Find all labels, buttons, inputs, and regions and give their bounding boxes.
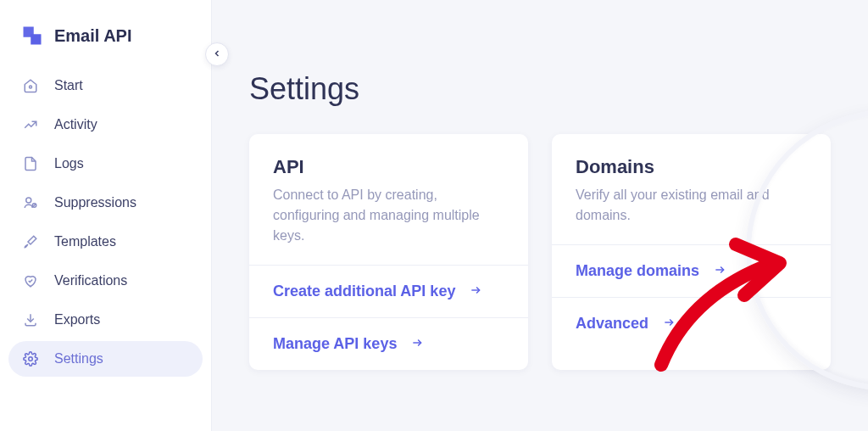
link-label: Advanced	[576, 315, 648, 333]
gear-icon	[22, 350, 39, 367]
page-title: Settings	[249, 71, 831, 107]
card-description: Connect to API by creating, configuring …	[273, 185, 504, 246]
home-icon	[22, 77, 39, 94]
file-icon	[22, 155, 39, 172]
brand-logo-icon	[20, 24, 44, 48]
brand-title: Email API	[54, 26, 132, 46]
brush-icon	[22, 233, 39, 250]
card-title: Domains	[576, 156, 807, 178]
download-icon	[22, 311, 39, 328]
card-title: API	[273, 156, 504, 178]
card-api: API Connect to API by creating, configur…	[249, 134, 528, 370]
sidebar-item-templates[interactable]: Templates	[8, 224, 203, 260]
sidebar-item-settings[interactable]: Settings	[8, 341, 203, 377]
link-advanced[interactable]: Advanced	[552, 297, 831, 350]
sidebar-item-start[interactable]: Start	[8, 68, 203, 104]
card-domains: Domains Verify all your existing email a…	[552, 134, 831, 370]
svg-point-5	[29, 357, 33, 361]
sidebar-item-exports[interactable]: Exports	[8, 302, 203, 338]
sidebar-nav: Start Activity Logs Suppressions Templat…	[8, 68, 203, 377]
sidebar-item-logs[interactable]: Logs	[8, 146, 203, 182]
sidebar-item-label: Settings	[54, 351, 103, 367]
main-content: Settings API Connect to API by creating,…	[212, 0, 868, 431]
arrow-right-icon	[711, 262, 728, 280]
sidebar-item-verifications[interactable]: Verifications	[8, 263, 203, 299]
sidebar-item-label: Templates	[54, 234, 116, 249]
svg-point-0	[30, 86, 32, 88]
sidebar: Email API Start Activity Logs Suppressio…	[0, 0, 212, 431]
sidebar-item-label: Activity	[54, 117, 97, 132]
heart-check-icon	[22, 272, 39, 289]
card-description: Verify all your existing email and domai…	[576, 185, 807, 226]
card-header: Domains Verify all your existing email a…	[552, 134, 831, 244]
sidebar-item-label: Exports	[54, 312, 100, 327]
svg-line-3	[33, 204, 36, 207]
brand: Email API	[8, 20, 203, 68]
link-label: Manage domains	[576, 262, 699, 280]
sidebar-item-suppressions[interactable]: Suppressions	[8, 185, 203, 221]
sidebar-item-label: Verifications	[54, 273, 127, 288]
sidebar-item-label: Suppressions	[54, 195, 136, 210]
link-manage-api-keys[interactable]: Manage API keys	[249, 317, 528, 370]
link-label: Create additional API key	[273, 283, 455, 300]
link-manage-domains[interactable]: Manage domains	[552, 244, 831, 297]
activity-icon	[22, 116, 39, 133]
link-label: Manage API keys	[273, 335, 397, 353]
arrow-right-icon	[467, 283, 484, 300]
settings-cards: API Connect to API by creating, configur…	[249, 134, 831, 370]
arrow-right-icon	[409, 335, 426, 353]
sidebar-item-label: Logs	[54, 156, 84, 171]
link-create-api-key[interactable]: Create additional API key	[249, 265, 528, 317]
sidebar-item-activity[interactable]: Activity	[8, 107, 203, 143]
svg-point-1	[26, 198, 31, 203]
sidebar-item-label: Start	[54, 78, 83, 93]
suppressions-icon	[22, 194, 39, 211]
arrow-right-icon	[660, 315, 677, 333]
card-header: API Connect to API by creating, configur…	[249, 134, 528, 265]
